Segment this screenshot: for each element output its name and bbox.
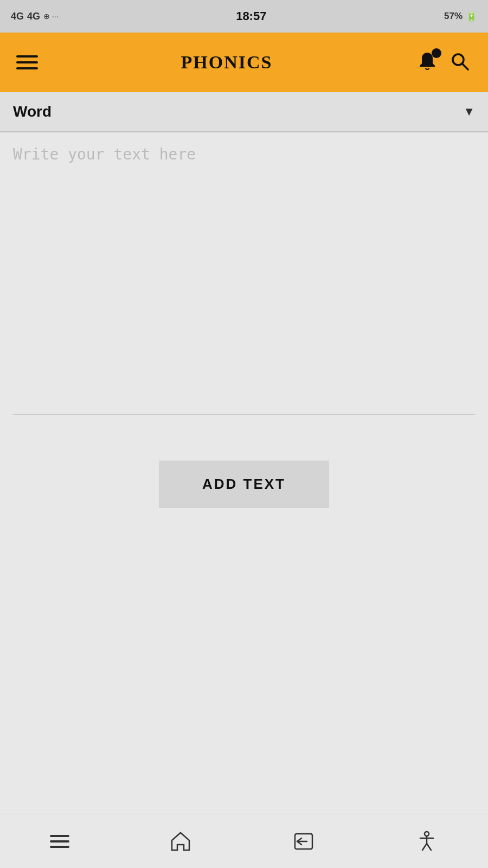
menu-button[interactable] — [16, 55, 38, 69]
status-icons: ⊕ ··· — [43, 12, 59, 21]
app-title: Phonics — [181, 52, 273, 73]
text-input-area — [0, 132, 488, 433]
word-dropdown[interactable]: Word ▼ — [0, 92, 488, 132]
hamburger-line3 — [16, 67, 38, 69]
button-area: ADD TEXT — [0, 433, 488, 524]
nav-home-button[interactable] — [163, 824, 198, 859]
nav-back-button[interactable] — [286, 824, 321, 859]
status-left: 4G 4G ⊕ ··· — [11, 11, 59, 22]
svg-line-7 — [422, 844, 427, 850]
nav-menu-icon — [50, 835, 69, 848]
nav-accessibility-button[interactable] — [409, 824, 444, 859]
signal-text: 4G — [11, 11, 24, 22]
bottom-nav — [0, 814, 488, 868]
status-time: 18:57 — [236, 9, 266, 23]
content-spacer — [0, 524, 488, 814]
svg-line-8 — [427, 844, 431, 850]
app-bar-actions — [415, 49, 472, 75]
hamburger-line2 — [16, 61, 38, 63]
svg-line-1 — [462, 63, 468, 69]
dropdown-arrow-icon: ▼ — [463, 105, 475, 119]
notification-dot — [432, 48, 441, 58]
text-input[interactable] — [13, 143, 475, 414]
search-button[interactable] — [448, 49, 472, 75]
app-bar: Phonics — [0, 33, 488, 92]
nav-menu-button[interactable] — [44, 829, 75, 853]
add-text-button[interactable]: ADD TEXT — [159, 461, 329, 508]
dropdown-label: Word — [13, 103, 52, 120]
status-right: 57% 🔋 — [444, 11, 477, 22]
notification-button[interactable] — [415, 49, 439, 75]
battery-text: 57% — [444, 11, 463, 22]
battery-icon: 🔋 — [466, 11, 477, 22]
status-bar: 4G 4G ⊕ ··· 18:57 57% 🔋 — [0, 0, 488, 33]
signal-text2: 4G — [27, 11, 40, 22]
hamburger-line1 — [16, 55, 38, 58]
